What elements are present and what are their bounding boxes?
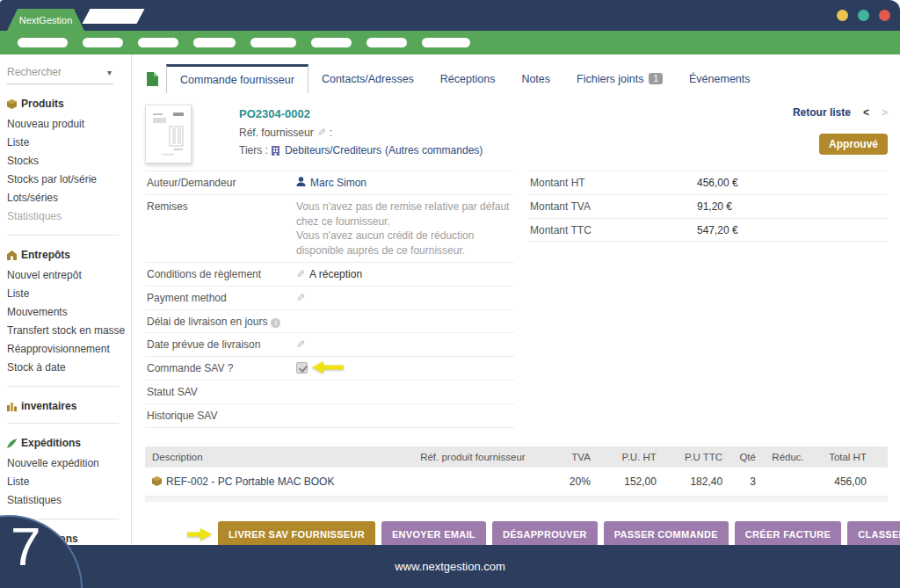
banner-right: Retour liste < > Approuvé (793, 105, 888, 163)
sidebar-item-nouvel-entrepot[interactable]: Nouvel entrepôt (7, 267, 131, 283)
tab-commande-fournisseur[interactable]: Commande fournisseur (166, 64, 308, 93)
field-row-delivery-delay: Délai de livraison en joursi (145, 310, 514, 334)
content-area: Rechercher ▾ Produits Nouveau produit Li… (0, 54, 900, 588)
field-row-montant-ht: Montant HT 456,00 € (528, 171, 888, 195)
nav-pill[interactable] (18, 38, 68, 47)
search-input[interactable]: Rechercher (7, 66, 62, 78)
sidebar-item-liste-entrepots[interactable]: Liste (7, 286, 131, 301)
field-label: Statut SAV (147, 385, 296, 400)
payment-terms-value: A réception (309, 267, 362, 282)
window-controls (837, 10, 890, 21)
main-panel: Commande fournisseur Contacts/Adresses R… (132, 54, 900, 548)
sidebar-item-stock-a-date[interactable]: Stock à date (7, 359, 131, 375)
products-cube-icon (7, 99, 17, 109)
sidebar-section-title-expeditions[interactable]: Expéditions (7, 437, 131, 449)
edit-pencil-icon[interactable]: ✎ (296, 291, 305, 306)
user-icon (296, 177, 306, 186)
tab-label: Événements (689, 73, 750, 85)
sidebar-item-mouvements[interactable]: Mouvements (7, 304, 131, 320)
sidebar-item-nouveau-produit[interactable]: Nouveau produit (7, 116, 131, 132)
nav-pill[interactable] (138, 38, 178, 47)
back-to-list-link[interactable]: Retour liste (793, 106, 851, 119)
nav-pill[interactable] (83, 38, 123, 47)
field-row-payment-method: Payment method ✎ (145, 287, 514, 310)
classer-facture-button[interactable]: CLASSER FACTURÉ (847, 521, 900, 548)
col-total-ht: Total HT (811, 446, 874, 468)
col-reduc: Réduc. (763, 446, 811, 468)
chevron-left-icon[interactable]: < (863, 106, 869, 119)
author-link[interactable]: Marc Simon (310, 176, 367, 191)
document-thumbnail[interactable] (145, 105, 192, 163)
nav-pill[interactable] (311, 38, 352, 47)
envoyer-email-button[interactable]: ENVOYER EMAIL (381, 521, 486, 548)
col-ref-produit: Réf. produit fournisseur (396, 446, 549, 468)
col-pu-ht: P.U. HT (598, 446, 664, 468)
creer-facture-button[interactable]: CRÉER FACTURE (735, 521, 841, 548)
cell-tva: 20% (550, 468, 598, 497)
app-window: NextGestion Rechercher ▾ (0, 0, 900, 588)
warehouse-icon (7, 250, 17, 260)
sidebar-item-liste-expeditions[interactable]: Liste (7, 474, 131, 490)
sidebar-item-transfert-stock[interactable]: Transfert stock en masse (7, 323, 131, 338)
chevron-down-icon: ▾ (107, 68, 112, 77)
sidebar-item-stocks-lot-serie[interactable]: Stocks par lot/série (7, 171, 131, 187)
sidebar-section-title-produits[interactable]: Produits (7, 98, 131, 110)
sidebar-section-title-inventaires[interactable]: inventaires (7, 400, 131, 412)
sidebar-item-stocks[interactable]: Stocks (7, 153, 131, 169)
edit-pencil-icon[interactable]: ✎ (317, 127, 326, 139)
nav-pill[interactable] (422, 38, 470, 47)
tab-contacts-adresses[interactable]: Contacts/Adresses (308, 64, 427, 93)
thirdparty-link[interactable]: Debiteurs/Crediteurs (285, 144, 381, 156)
tab-notes[interactable]: Notes (508, 64, 563, 93)
sav-order-checkbox[interactable] (296, 362, 308, 374)
sidebar-item-liste-produits[interactable]: Liste (7, 134, 131, 150)
nav-pill[interactable] (193, 38, 236, 47)
passer-commande-button[interactable]: PASSER COMMANDE (604, 521, 729, 548)
field-row-author: Auteur/Demandeur Marc Simon (145, 171, 514, 195)
window-dot-teal[interactable] (858, 10, 869, 21)
tab-label: Fichiers joints (577, 73, 643, 85)
sidebar-item-reapprovisionnement[interactable]: Réapprovisionnement (7, 341, 131, 357)
col-tva: TVA (550, 446, 598, 468)
edit-pencil-icon[interactable]: ✎ (296, 338, 305, 352)
desapprouver-button[interactable]: DÉSAPPROUVER (492, 521, 598, 548)
tab-evenements[interactable]: Événements (676, 64, 763, 93)
product-link[interactable]: REF-002 - PC Portable MAC BOOK (152, 475, 388, 488)
order-details: Auteur/Demandeur Marc Simon Remises Vous… (145, 171, 888, 428)
field-label: Conditions de règlement (147, 267, 296, 282)
order-banner: PO2304-0002 Réf. fournisseur ✎ : Tiers :… (145, 105, 888, 163)
sidebar-item-nouvelle-expedition[interactable]: Nouvelle expédition (7, 455, 131, 471)
discount-note-2: Vous n'avez aucun crédit de réduction di… (296, 229, 512, 258)
tab-label: Notes (521, 73, 550, 85)
col-description: Description (145, 446, 396, 468)
field-row-sav-history: Historique SAV (145, 404, 514, 428)
nav-pill[interactable] (367, 38, 407, 47)
sidebar-section-produits: Produits Nouveau produit Liste Stocks St… (7, 98, 131, 224)
other-orders-link[interactable]: (Autres commandes) (385, 144, 483, 156)
sidebar-item-lots-series[interactable]: Lots/séries (7, 190, 131, 206)
livrer-sav-fournisseur-button[interactable]: LIVRER SAV FOURNISSEUR (218, 521, 375, 548)
main-nav-bar (0, 31, 900, 54)
search-box[interactable]: Rechercher ▾ (7, 63, 113, 84)
tab-fichiers-joints[interactable]: Fichiers joints 1 (563, 64, 676, 93)
sidebar-section-inventaires: inventaires (7, 400, 131, 412)
shipping-icon (7, 439, 17, 448)
nav-pill[interactable] (250, 38, 296, 47)
chevron-right-icon[interactable]: > (882, 106, 888, 119)
sidebar-section-title-entrepots[interactable]: Entrepôts (7, 249, 131, 261)
window-dot-red[interactable] (879, 10, 890, 21)
sidebar-item-statistiques-expeditions[interactable]: Statistiques (7, 492, 131, 508)
edit-pencil-icon[interactable]: ✎ (296, 267, 305, 282)
table-header-row: Description Réf. produit fournisseur TVA… (145, 446, 888, 468)
cell-pu-ttc: 182,40 (664, 468, 729, 497)
window-dot-yellow[interactable] (837, 10, 848, 21)
field-label: Montant HT (530, 176, 697, 191)
tab-receptions[interactable]: Réceptions (427, 64, 509, 93)
field-row-montant-ttc: Montant TTC 547,20 € (528, 219, 888, 243)
sidebar-item-statistiques-produits: Statistiques (7, 208, 131, 224)
ref-supplier-label: Réf. fournisseur (239, 127, 314, 139)
brand-tab[interactable]: NextGestion (7, 9, 84, 31)
field-label: Montant TTC (530, 223, 697, 238)
company-building-icon (272, 146, 281, 156)
order-reference: PO2304-0002 (239, 107, 483, 120)
